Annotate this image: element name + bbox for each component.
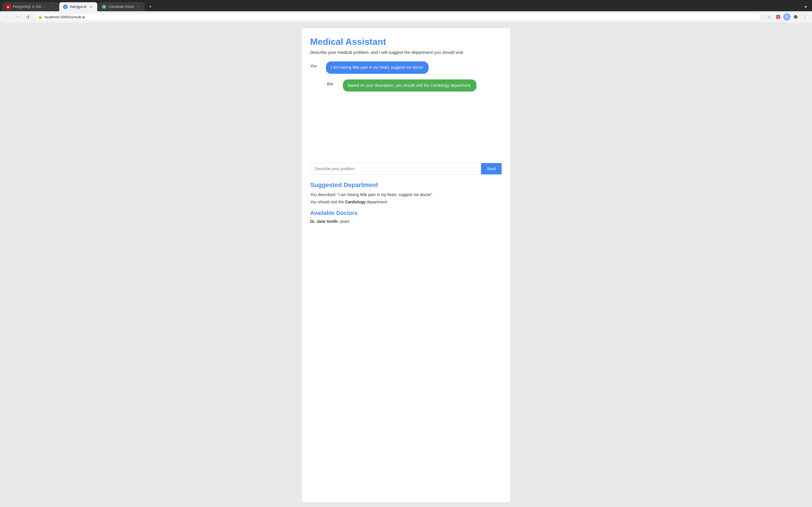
page-title: Medical Assistant xyxy=(310,37,502,47)
dept-description-line2: You should visit the Cardiology departme… xyxy=(310,199,502,205)
tab-aarogya[interactable]: A Aarogya AI ✕ xyxy=(59,2,97,11)
extension-icon-1[interactable]: F xyxy=(774,13,782,21)
tab-label-candidate: Candidate Home xyxy=(109,5,134,9)
dept-desc-suffix: department. xyxy=(366,200,388,204)
bookmark-icon[interactable]: ☆ xyxy=(765,13,773,21)
input-area: Send xyxy=(310,163,502,175)
page-subtitle: Describe your medical problem, and I wil… xyxy=(310,50,502,55)
tab-candidate[interactable]: ⊕ Candidate Home ✕ xyxy=(98,2,145,11)
toolbar-icons: ☆ F A ⋮ xyxy=(765,13,809,21)
bot-chat-bubble: Based on your description, you should vi… xyxy=(343,79,476,92)
extensions-button[interactable] xyxy=(792,13,800,21)
problem-input[interactable] xyxy=(310,163,481,174)
bot-label: Bot xyxy=(327,79,338,86)
tab-close-postgresql[interactable]: ✕ xyxy=(50,4,55,9)
doctor-name: Dr. Jane Smith xyxy=(310,219,338,224)
svg-text:F: F xyxy=(777,16,779,18)
user-chat-bubble: I am having little pain in my heart, sug… xyxy=(326,61,428,74)
chat-area: You I am having little pain in my heart,… xyxy=(310,61,502,157)
tab-label-postgresql: PostgreSQL in 100 Seconds xyxy=(13,5,48,9)
new-tab-button[interactable]: + xyxy=(146,3,154,11)
address-bar-row: ← → ↺ 🔒 localhost:3000/consult-ai ☆ F A … xyxy=(0,11,812,22)
bot-message-row: Bot Based on your description, you shoul… xyxy=(310,79,502,92)
dept-name: Cardiology xyxy=(345,200,366,204)
tab-postgresql[interactable]: ▶ PostgreSQL in 100 Seconds ✕ xyxy=(2,2,59,11)
send-button[interactable]: Send xyxy=(481,163,502,174)
suggested-department-title: Suggested Department xyxy=(310,181,502,189)
dept-description-line1: You described: "I am having little pain … xyxy=(310,191,502,198)
tab-bar: ▶ PostgreSQL in 100 Seconds ✕ A Aarogya … xyxy=(0,0,812,11)
main-card: Medical Assistant Describe your medical … xyxy=(302,28,510,503)
tab-close-candidate[interactable]: ✕ xyxy=(136,4,141,9)
tab-favicon-youtube: ▶ xyxy=(6,4,11,9)
dept-desc-prefix: You should visit the xyxy=(310,200,345,204)
reload-button[interactable]: ↺ xyxy=(24,13,32,21)
address-bar[interactable]: 🔒 localhost:3000/consult-ai xyxy=(34,13,761,21)
tab-favicon-candidate: ⊕ xyxy=(102,4,106,9)
profile-avatar[interactable]: A xyxy=(783,13,791,20)
menu-button[interactable]: ⋮ xyxy=(801,13,809,21)
tab-favicon-aarogya: A xyxy=(63,4,68,9)
doctor-item: Dr. Jane Smith- years xyxy=(310,219,502,224)
lock-icon: 🔒 xyxy=(38,15,42,19)
tab-dropdown-button[interactable]: ▾ xyxy=(802,3,810,11)
user-message-row: You I am having little pain in my heart,… xyxy=(310,61,502,74)
browser-chrome: ▶ PostgreSQL in 100 Seconds ✕ A Aarogya … xyxy=(0,0,812,22)
tab-label-aarogya: Aarogya AI xyxy=(70,5,87,9)
user-label: You xyxy=(310,61,321,68)
back-button[interactable]: ← xyxy=(3,13,11,21)
forward-button[interactable]: → xyxy=(13,13,21,21)
tab-close-aarogya[interactable]: ✕ xyxy=(89,4,93,9)
doctor-experience: - years xyxy=(338,219,350,224)
available-doctors-title: Available Doctors xyxy=(310,210,502,216)
page-wrapper: Medical Assistant Describe your medical … xyxy=(0,22,812,507)
address-text: localhost:3000/consult-ai xyxy=(45,15,85,19)
